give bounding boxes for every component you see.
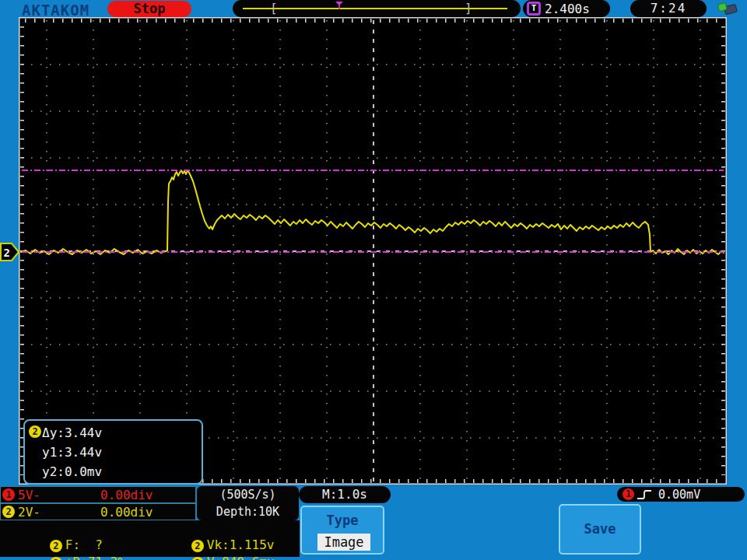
channel1-offset: 0.00div	[100, 488, 153, 502]
cursor-y1: y1:3.44v	[42, 445, 102, 460]
channel2-badge: 2	[191, 557, 204, 560]
trigger-level-readout: 1 0.00mV	[617, 487, 745, 502]
measurement-v: 2V:840.6mv	[146, 540, 275, 555]
waveform-plot	[19, 17, 727, 485]
measurement-vk: 2Vk:1.115v	[146, 523, 275, 538]
channel2-badge: 2	[2, 506, 15, 518]
save-button[interactable]: Save	[559, 504, 641, 555]
channel1-badge: 1	[622, 488, 634, 500]
measurements-panel: 2F: ? 2+D:71.2% 2Vk:1.115v 2V:840.6mv	[0, 520, 300, 557]
trigger-level-value: 0.00mV	[658, 488, 700, 502]
measurement-frequency: 2F: ?	[5, 523, 103, 538]
trigger-time-value: 2.400s	[545, 2, 590, 16]
record-window-left-bracket: [	[270, 0, 278, 17]
channel2-position-marker[interactable]: 2	[0, 237, 22, 268]
acquisition-readout: (500S/s) Depth:10K	[197, 486, 299, 520]
save-type-value[interactable]: Image	[317, 534, 370, 551]
usb-drive-icon	[717, 2, 738, 16]
rising-edge-icon	[637, 488, 655, 501]
clock-readout: 7:24	[630, 0, 707, 17]
trigger-flag-icon: T	[527, 2, 541, 16]
save-type-label: Type	[302, 513, 383, 528]
graticule	[19, 17, 727, 485]
channel2-marker-label: 2	[4, 247, 10, 259]
sample-rate: (500S/s)	[197, 486, 299, 503]
memory-depth: Depth:10K	[197, 503, 299, 520]
channel2-badge: 2	[50, 557, 62, 560]
trigger-time-readout: T 2.400s	[523, 0, 610, 17]
record-position-bar: [ ]	[233, 0, 521, 17]
run-state-button[interactable]: Stop	[107, 1, 191, 17]
timebase-readout: M:1.0s	[299, 486, 391, 503]
trigger-position-icon	[335, 1, 344, 10]
channel1-volts-per-div: 5V-	[18, 488, 40, 502]
oscilloscope-screen: AKTAKOM Stop [ ] T 2.400s 7:24 2 2 Δy:3.…	[0, 0, 747, 560]
channel2-offset: 0.00div	[100, 505, 153, 520]
channel2-volts-per-div: 2V-	[18, 505, 40, 520]
record-window-right-bracket: ]	[465, 0, 472, 17]
save-type-button[interactable]: Type Image	[300, 506, 384, 555]
channel2-scale-row: 2 2V- 0.00div	[0, 503, 196, 520]
channel1-badge: 1	[2, 488, 15, 501]
channel2-badge: 2	[29, 425, 41, 438]
cursor-readout-panel: 2 Δy:3.44v y1:3.44v y2:0.0mv	[23, 419, 203, 485]
channel2-trace	[21, 170, 724, 254]
channel1-scale-row: 1 5V- 0.00div	[0, 486, 196, 503]
cursor-y2: y2:0.0mv	[42, 464, 102, 479]
brand-logo: AKTAKOM	[22, 2, 89, 19]
measurement-duty: 2+D:71.2%	[5, 540, 125, 555]
cursor-delta-y: Δy:3.44v	[42, 425, 102, 440]
